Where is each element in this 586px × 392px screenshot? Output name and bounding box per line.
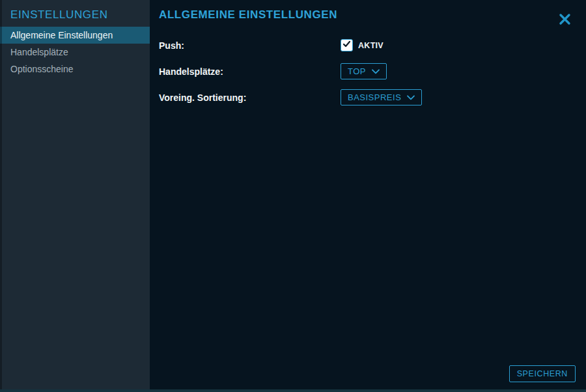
checkmark-icon	[342, 39, 352, 51]
main-panel: ALLGEMEINE EINSTELLUNGEN Push:	[150, 0, 586, 392]
sidebar-title: EINSTELLUNGEN	[0, 0, 150, 27]
form-row-sortierung: Voreing. Sortierung: BASISPREIS	[159, 89, 586, 105]
sidebar: EINSTELLUNGEN Allgemeine Einstellungen H…	[0, 0, 150, 392]
sortierung-dropdown[interactable]: BASISPREIS	[341, 89, 422, 105]
form-row-handelsplaetze: Handelsplätze: TOP	[159, 63, 586, 79]
sidebar-item-optionsscheine[interactable]: Optionsscheine	[0, 61, 150, 77]
settings-dialog: EINSTELLUNGEN Allgemeine Einstellungen H…	[0, 0, 586, 392]
chevron-down-icon	[372, 69, 380, 74]
handelsplaetze-dropdown[interactable]: TOP	[341, 63, 387, 79]
sidebar-item-label: Optionsscheine	[10, 64, 74, 74]
sortierung-dropdown-value: BASISPREIS	[348, 92, 401, 102]
push-checkbox-caption: AKTIV	[358, 41, 384, 50]
sidebar-nav: Allgemeine Einstellungen Handelsplätze O…	[0, 27, 150, 77]
handelsplaetze-dropdown-value: TOP	[348, 66, 366, 76]
push-control: AKTIV	[341, 39, 384, 51]
page-title: ALLGEMEINE EINSTELLUNGEN	[159, 8, 337, 21]
push-checkbox[interactable]	[341, 39, 353, 51]
close-icon	[558, 18, 572, 28]
sidebar-item-label: Allgemeine Einstellungen	[10, 30, 113, 40]
sortierung-control: BASISPREIS	[341, 89, 422, 105]
handelsplaetze-label: Handelsplätze:	[159, 66, 341, 77]
chevron-down-icon	[407, 95, 415, 100]
sidebar-item-allgemeine-einstellungen[interactable]: Allgemeine Einstellungen	[0, 27, 150, 44]
close-button[interactable]	[557, 11, 573, 27]
bottom-edge-strip	[0, 389, 586, 392]
main-header: ALLGEMEINE EINSTELLUNGEN	[159, 0, 586, 27]
save-button[interactable]: SPEICHERN	[509, 365, 576, 382]
sortierung-label: Voreing. Sortierung:	[159, 92, 341, 103]
push-label: Push:	[159, 40, 341, 51]
form-row-push: Push: AKTIV	[159, 37, 586, 53]
handelsplaetze-control: TOP	[341, 63, 387, 79]
settings-form: Push: AKTIV Handelsplätze:	[159, 37, 586, 105]
sidebar-item-label: Handelsplätze	[10, 47, 68, 57]
sidebar-item-handelsplaetze[interactable]: Handelsplätze	[0, 44, 150, 61]
